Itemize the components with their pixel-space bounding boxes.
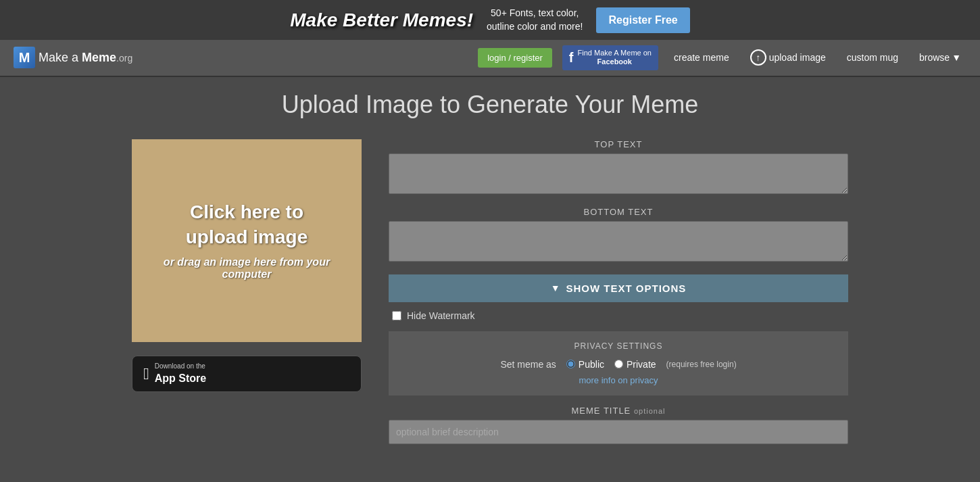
upload-box[interactable]: Click here toupload image or drag an ima… (132, 139, 362, 342)
app-store-button[interactable]:  Download on the App Store (132, 356, 362, 392)
bottom-text-field-group: BOTTOM TEXT (389, 207, 848, 274)
upload-sub-text: or drag an image here from your computer (145, 256, 348, 281)
apple-icon:  (143, 364, 149, 383)
upload-area: Click here toupload image or drag an ima… (132, 139, 362, 392)
navbar: M Make a Meme.org login / register f Fin… (0, 40, 980, 76)
meme-title-label: MEME TITLE optional (389, 406, 848, 416)
public-radio[interactable] (566, 360, 575, 368)
meme-builder: Click here toupload image or drag an ima… (132, 139, 848, 444)
facebook-text: Find Make A Meme on Facebook (578, 49, 652, 66)
top-text-label: TOP TEXT (389, 139, 848, 149)
hide-watermark-checkbox[interactable] (392, 311, 401, 320)
upload-main-text: Click here toupload image (186, 200, 308, 249)
banner-title: Make Better Memes! (290, 9, 473, 31)
upload-label: upload image (769, 52, 826, 63)
public-label: Public (579, 359, 604, 370)
logo-area: M Make a Meme.org (14, 47, 132, 68)
logo-icon: M (14, 47, 35, 68)
private-radio[interactable] (614, 360, 623, 368)
meme-title-text: MEME TITLE (572, 406, 631, 416)
facebook-icon: f (569, 50, 574, 66)
privacy-box: PRIVACY SETTINGS Set meme as Public Priv… (389, 331, 848, 395)
register-button[interactable]: Register Free (596, 7, 689, 33)
login-register-button[interactable]: login / register (478, 48, 552, 68)
bottom-text-input[interactable] (389, 221, 848, 262)
create-meme-link[interactable]: create meme (668, 49, 735, 66)
logo-text: Make a Meme.org (39, 51, 132, 65)
browse-link[interactable]: browse ▼ (914, 49, 966, 66)
watermark-label: Hide Watermark (407, 310, 475, 321)
requires-login-text: (requires free login) (666, 360, 737, 369)
top-banner: Make Better Memes! 50+ Fonts, text color… (0, 0, 980, 40)
privacy-options: Set meme as Public Private (requires fre… (402, 359, 835, 370)
controls-area: TOP TEXT BOTTOM TEXT ▼ SHOW TEXT OPTIONS… (389, 139, 848, 444)
logo-make: Make a (39, 51, 82, 64)
bottom-text-label: BOTTOM TEXT (389, 207, 848, 217)
show-text-options-button[interactable]: ▼ SHOW TEXT OPTIONS (389, 274, 848, 302)
meme-title-input[interactable] (389, 420, 848, 444)
private-label: Private (627, 359, 656, 370)
logo-org: .org (116, 53, 132, 64)
browse-label: browse (919, 52, 950, 63)
upload-image-link[interactable]: ↑ upload image (745, 46, 831, 69)
privacy-info-link[interactable]: more info on privacy (402, 375, 835, 385)
chevron-down-icon: ▼ (551, 283, 561, 293)
top-text-input[interactable] (389, 153, 848, 194)
app-store-name: App Store (155, 371, 206, 386)
set-meme-as-label: Set meme as (500, 359, 556, 370)
fb-find: Find Make A Meme on (578, 49, 652, 57)
privacy-title: PRIVACY SETTINGS (402, 341, 835, 351)
download-on-text: Download on the (155, 362, 206, 371)
app-store-text: Download on the App Store (155, 362, 206, 386)
optional-text: optional (634, 407, 666, 415)
facebook-button[interactable]: f Find Make A Meme on Facebook (562, 45, 658, 70)
watermark-row: Hide Watermark (389, 310, 848, 321)
banner-subtitle: 50+ Fonts, text color,outline color and … (487, 7, 583, 33)
fb-name: Facebook (597, 57, 632, 66)
upload-icon: ↑ (750, 49, 766, 66)
top-text-field-group: TOP TEXT (389, 139, 848, 207)
page-title: Upload Image to Generate Your Meme (132, 91, 848, 119)
main-content: Upload Image to Generate Your Meme Click… (118, 77, 862, 458)
private-option[interactable]: Private (614, 359, 656, 370)
browse-chevron-icon: ▼ (952, 52, 961, 63)
logo-meme: Meme (82, 51, 116, 64)
custom-mug-link[interactable]: custom mug (841, 49, 904, 66)
meme-title-section: MEME TITLE optional (389, 406, 848, 444)
show-text-options-label: SHOW TEXT OPTIONS (566, 283, 687, 294)
public-option[interactable]: Public (566, 359, 604, 370)
